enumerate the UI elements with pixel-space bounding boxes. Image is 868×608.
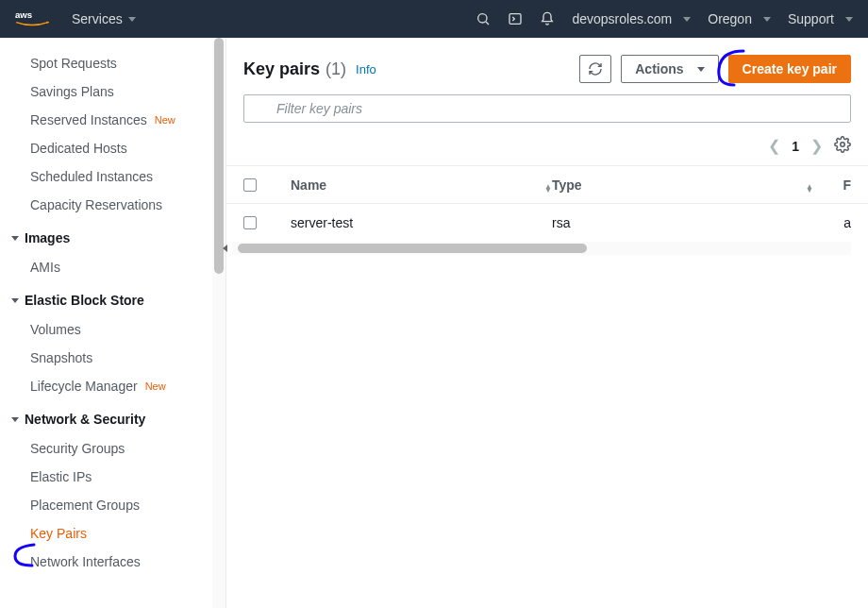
sidebar-item-spot-requests[interactable]: Spot Requests [0, 49, 212, 77]
services-label: Services [72, 11, 123, 26]
sidebar-item-label: Spot Requests [30, 56, 117, 71]
aws-logo[interactable]: aws [15, 8, 49, 29]
account-menu[interactable]: devopsroles.com [572, 11, 691, 26]
page-count: (1) [326, 59, 346, 79]
table-header-row: Name ▲▼ Type ▲▼ F [226, 166, 868, 204]
column-header-type[interactable]: Type ▲▼ [552, 177, 813, 193]
sidebar-item-capacity-reservations[interactable]: Capacity Reservations [0, 191, 212, 219]
new-badge: New [155, 114, 175, 126]
sidebar-group-ebs[interactable]: Elastic Block Store [0, 285, 212, 315]
svg-point-1 [478, 14, 487, 23]
sort-icon[interactable]: ▲▼ [806, 177, 813, 193]
column-label: Type [552, 177, 582, 193]
region-menu[interactable]: Oregon [708, 11, 771, 26]
caret-down-icon [11, 298, 19, 303]
sidebar-item-label: Key Pairs [30, 526, 87, 541]
sidebar-item-label: Elastic IPs [30, 469, 92, 484]
sidebar-item-placement-groups[interactable]: Placement Groups [0, 491, 212, 519]
actions-menu-button[interactable]: Actions [621, 55, 718, 83]
svg-point-6 [841, 143, 845, 147]
key-pairs-table: Name ▲▼ Type ▲▼ F server-test rsa a [226, 165, 868, 242]
sidebar-item-savings-plans[interactable]: Savings Plans [0, 77, 212, 106]
caret-down-icon [763, 17, 771, 22]
cell-type: rsa [552, 215, 813, 230]
sidebar-scrollbar[interactable] [212, 38, 225, 608]
info-link[interactable]: Info [356, 62, 376, 76]
sidebar-item-label: Lifecycle Manager [30, 379, 138, 394]
account-name: devopsroles.com [572, 11, 672, 26]
refresh-icon [588, 61, 603, 76]
sidebar-item-security-groups[interactable]: Security Groups [0, 434, 212, 463]
page-prev-button[interactable]: ❮ [768, 137, 780, 155]
caret-down-icon [11, 417, 19, 422]
scrollbar-thumb[interactable] [214, 38, 224, 274]
services-menu[interactable]: Services [72, 11, 136, 26]
sidebar-item-label: Capacity Reservations [30, 197, 162, 212]
sidebar-item-label: Dedicated Hosts [30, 141, 127, 156]
row-checkbox[interactable] [243, 216, 257, 229]
sidebar-group-network-security[interactable]: Network & Security [0, 404, 212, 434]
filter-input[interactable] [243, 94, 851, 123]
page-title: Key pairs (1) [243, 59, 346, 79]
refresh-button[interactable] [579, 55, 611, 83]
caret-down-icon [11, 236, 19, 241]
select-all-checkbox[interactable] [243, 178, 257, 192]
sidebar-item-label: Security Groups [30, 441, 125, 456]
sidebar-item-label: Scheduled Instances [30, 169, 153, 184]
table-row[interactable]: server-test rsa a [226, 204, 868, 242]
caret-down-icon [683, 17, 691, 22]
page-number: 1 [792, 139, 799, 154]
scrollbar-thumb[interactable] [238, 244, 587, 253]
sidebar-item-lifecycle-manager[interactable]: Lifecycle ManagerNew [0, 372, 212, 400]
table-settings-button[interactable] [834, 136, 851, 156]
column-header-name[interactable]: Name ▲▼ [291, 177, 552, 193]
new-badge: New [145, 380, 166, 392]
group-title: Network & Security [25, 412, 145, 427]
scroll-left-icon [223, 245, 227, 252]
group-title: Elastic Block Store [25, 293, 144, 308]
column-label: F [843, 177, 851, 193]
sidebar-item-label: Snapshots [30, 350, 92, 365]
sort-icon[interactable]: ▲▼ [544, 177, 552, 193]
sidebar-group-images[interactable]: Images [0, 223, 212, 253]
cell-trailing: a [813, 215, 851, 230]
region-name: Oregon [708, 11, 752, 26]
sidebar-item-key-pairs[interactable]: Key Pairs [0, 519, 212, 548]
gear-icon [834, 136, 851, 153]
svg-text:aws: aws [15, 9, 32, 20]
sidebar: Spot Requests Savings Plans Reserved Ins… [0, 38, 226, 608]
pagination: ❮ 1 ❯ [226, 136, 868, 165]
create-key-pair-button[interactable]: Create key pair [728, 55, 851, 83]
page-next-button[interactable]: ❯ [810, 137, 823, 155]
sidebar-item-scheduled-instances[interactable]: Scheduled Instances [0, 162, 212, 191]
sidebar-item-label: Volumes [30, 322, 81, 337]
cell-name: server-test [291, 215, 552, 230]
sidebar-item-label: Placement Groups [30, 498, 140, 513]
caret-down-icon [697, 67, 705, 72]
column-label: Name [291, 177, 326, 193]
sidebar-item-elastic-ips[interactable]: Elastic IPs [0, 463, 212, 491]
sidebar-item-volumes[interactable]: Volumes [0, 315, 212, 344]
support-menu[interactable]: Support [788, 11, 853, 26]
sidebar-item-label: AMIs [30, 260, 60, 275]
caret-down-icon [128, 17, 136, 22]
support-label: Support [788, 11, 834, 26]
notifications-icon[interactable] [540, 11, 555, 26]
create-label: Create key pair [743, 61, 837, 76]
cloudshell-icon[interactable] [508, 11, 523, 26]
sidebar-item-label: Network Interfaces [30, 554, 141, 569]
sidebar-item-amis[interactable]: AMIs [0, 253, 212, 281]
sidebar-item-snapshots[interactable]: Snapshots [0, 344, 212, 372]
column-header-trailing[interactable]: F [813, 177, 851, 193]
actions-label: Actions [635, 61, 683, 76]
sidebar-item-reserved-instances[interactable]: Reserved InstancesNew [0, 106, 212, 134]
sidebar-item-network-interfaces[interactable]: Network Interfaces [0, 548, 212, 576]
group-title: Images [25, 230, 70, 245]
sidebar-item-label: Savings Plans [30, 84, 114, 99]
sidebar-item-label: Reserved Instances [30, 112, 147, 127]
sidebar-item-dedicated-hosts[interactable]: Dedicated Hosts [0, 134, 212, 162]
global-nav: aws Services devopsroles.com Oregon Supp… [0, 0, 868, 38]
search-icon[interactable] [476, 11, 491, 26]
main-content: Key pairs (1) Info Actions Create key pa… [226, 38, 868, 608]
table-horizontal-scrollbar[interactable] [232, 242, 851, 255]
